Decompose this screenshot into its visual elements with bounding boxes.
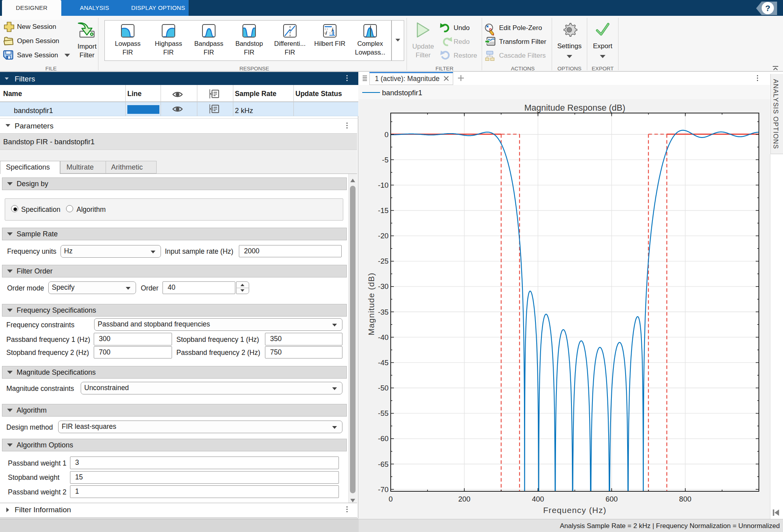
svg-text:-40: -40 <box>378 333 389 341</box>
svg-text:-30: -30 <box>378 282 389 291</box>
svg-text:600: 600 <box>605 495 618 503</box>
svg-text:Magnitude Response (dB): Magnitude Response (dB) <box>524 103 626 113</box>
svg-text:-35: -35 <box>378 308 389 316</box>
svg-text:400: 400 <box>532 495 544 503</box>
svg-text:800: 800 <box>679 495 691 503</box>
svg-text:-65: -65 <box>378 460 389 468</box>
svg-text:-j: -j <box>324 30 327 35</box>
svg-text:Magnitude (dB): Magnitude (dB) <box>367 273 376 336</box>
svg-text:-20: -20 <box>378 232 389 240</box>
svg-text:-15: -15 <box>378 206 389 215</box>
svg-text:-50: -50 <box>378 384 389 392</box>
svg-text:0: 0 <box>389 495 393 503</box>
svg-text:-5: -5 <box>382 156 388 164</box>
svg-text:-10: -10 <box>378 181 389 189</box>
svg-text:-60: -60 <box>378 434 389 443</box>
svg-text:200: 200 <box>458 495 471 503</box>
svg-text:-55: -55 <box>378 409 389 417</box>
svg-text:-45: -45 <box>378 358 389 367</box>
svg-text:-70: -70 <box>378 485 389 494</box>
svg-text:0: 0 <box>384 130 388 139</box>
svg-text:Frequency (Hz): Frequency (Hz) <box>543 506 606 515</box>
svg-text:-25: -25 <box>378 257 389 265</box>
